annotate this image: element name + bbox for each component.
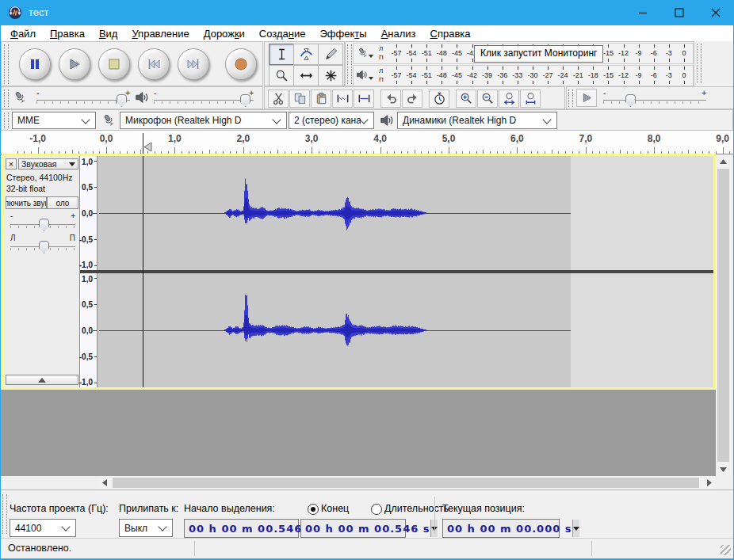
- waveform-left-channel[interactable]: [97, 156, 713, 270]
- scroll-left-arrow[interactable]: [97, 476, 111, 490]
- menu-item[interactable]: Управление: [124, 28, 196, 40]
- track-menu-button[interactable]: Звуковая: [18, 158, 78, 170]
- toolbar-grip[interactable]: [4, 112, 9, 128]
- zoom-fit-project-button[interactable]: [520, 90, 541, 108]
- record-button[interactable]: [225, 48, 257, 80]
- scrollbar-corner: [716, 476, 731, 490]
- track-pan-slider[interactable]: Л П: [10, 234, 75, 253]
- audio-position-value[interactable]: 00 h 00 m 00.000 s: [443, 523, 572, 535]
- selection-start-timefield[interactable]: 00 h 00 m 00.546 s: [184, 519, 299, 538]
- play-at-speed-button[interactable]: [576, 89, 597, 107]
- timeline-ruler[interactable]: -1,00,01,02,03,04,05,06,07,08,09,0: [0, 131, 734, 154]
- playback-speed-slider[interactable]: - +: [603, 90, 706, 107]
- toolbar-grip[interactable]: [4, 44, 9, 84]
- horizontal-scrollbar-thumb[interactable]: [113, 478, 699, 488]
- draw-tool-button[interactable]: [318, 44, 343, 65]
- vertical-scrollbar[interactable]: [716, 154, 731, 476]
- slider-thumb[interactable]: [240, 94, 250, 107]
- zoom-in-button[interactable]: [456, 90, 476, 108]
- toolbar-grip[interactable]: [568, 90, 573, 107]
- track-solo-button[interactable]: оло: [47, 196, 78, 209]
- cut-button[interactable]: [268, 90, 289, 108]
- close-button[interactable]: [698, 0, 734, 25]
- project-rate-select[interactable]: 44100: [10, 519, 76, 537]
- pause-button[interactable]: [19, 48, 51, 80]
- meter-tick: [442, 44, 442, 48]
- undo-button[interactable]: [380, 90, 401, 108]
- track-close-button[interactable]: ×: [6, 158, 17, 170]
- menu-item[interactable]: Правка: [43, 28, 92, 40]
- audio-position-timefield[interactable]: 00 h 00 m 00.000 s: [442, 519, 560, 538]
- zoom-fit-selection-button[interactable]: [499, 90, 519, 108]
- menu-item[interactable]: Вид: [92, 28, 125, 40]
- scroll-up-arrow[interactable]: [716, 154, 731, 168]
- recording-volume-slider[interactable]: - +: [36, 90, 130, 107]
- toolbar-grip[interactable]: [2, 494, 7, 534]
- menu-item[interactable]: Справка: [423, 28, 478, 40]
- skip-to-start-button[interactable]: [138, 48, 170, 80]
- redo-button[interactable]: [402, 90, 422, 108]
- snap-to-select[interactable]: Выкл: [119, 519, 173, 537]
- audio-host-select[interactable]: MME: [12, 112, 96, 129]
- playback-device-select[interactable]: Динамики (Realtek High D: [397, 112, 557, 129]
- menu-item[interactable]: Создание: [252, 28, 313, 40]
- menu-item[interactable]: Анализ: [374, 28, 423, 40]
- trim-button[interactable]: [332, 90, 353, 108]
- length-radio-label[interactable]: Длительность: [384, 503, 449, 514]
- zoom-out-button[interactable]: [477, 90, 498, 108]
- track-control-panel[interactable]: × Звуковая Стерео, 44100Hz 32-bit float …: [4, 156, 80, 387]
- resize-grip[interactable]: [721, 545, 731, 555]
- recording-channels-select[interactable]: 2 (стерео) кана.: [289, 112, 374, 129]
- vertical-scrollbar-thumb[interactable]: [717, 169, 729, 462]
- horizontal-scrollbar[interactable]: [97, 476, 716, 490]
- zoom-tool-button[interactable]: [269, 65, 294, 86]
- maximize-button[interactable]: [661, 0, 698, 25]
- menu-item[interactable]: Дорожки: [197, 28, 252, 40]
- slider-thumb[interactable]: [625, 94, 636, 107]
- end-radio[interactable]: [308, 504, 319, 515]
- empty-track-area[interactable]: [0, 390, 716, 476]
- play-button[interactable]: [59, 48, 90, 80]
- selection-start-value[interactable]: 00 h 00 m 00.546 s: [185, 523, 314, 535]
- selection-end-timefield[interactable]: 00 h 00 m 00.546 s: [300, 519, 406, 538]
- paste-button[interactable]: [311, 90, 331, 108]
- scroll-right-arrow[interactable]: [702, 476, 716, 490]
- slider-thumb[interactable]: [39, 219, 49, 231]
- track-collapse-button[interactable]: [6, 375, 78, 385]
- end-radio-label[interactable]: Конец: [321, 503, 349, 514]
- slider-thumb[interactable]: [39, 241, 49, 253]
- sync-clock-button[interactable]: [429, 90, 449, 108]
- toolbar-grip[interactable]: [347, 44, 352, 84]
- track-mute-button[interactable]: лючить звук: [6, 196, 47, 209]
- skip-to-end-button[interactable]: [178, 48, 209, 80]
- minimize-button[interactable]: [625, 0, 661, 25]
- playback-meter[interactable]: Л П -57-54-51-48-45-42-39-36-33-30-27-24…: [353, 65, 694, 86]
- meter-dropdown-icon[interactable]: [369, 77, 373, 82]
- meter-tick: [411, 44, 412, 48]
- recording-device-select[interactable]: Микрофон (Realtek High D: [120, 112, 287, 129]
- selection-end-value[interactable]: 00 h 00 m 00.546 s: [301, 523, 430, 535]
- toolbar-grip[interactable]: [4, 90, 9, 107]
- silence-button[interactable]: [354, 90, 374, 108]
- scroll-down-arrow[interactable]: [716, 463, 731, 476]
- vertical-ruler-left-channel[interactable]: 1,00,50,0-0,5-1,0: [80, 156, 97, 270]
- length-radio[interactable]: [371, 504, 382, 515]
- selection-tool-button[interactable]: [269, 44, 294, 65]
- timefield-dropdown[interactable]: [572, 520, 579, 537]
- stop-button[interactable]: [98, 48, 130, 80]
- menu-item[interactable]: Эффекты: [313, 28, 374, 40]
- playback-volume-slider[interactable]: - +: [154, 90, 254, 107]
- vertical-ruler-right-channel[interactable]: 1,00,50,0-0,5-1,0: [80, 273, 97, 387]
- vruler-label: 0,5: [82, 300, 93, 309]
- menu-item[interactable]: Файл: [3, 28, 43, 40]
- copy-button[interactable]: [289, 90, 310, 108]
- meter-scale-label: -21: [573, 71, 583, 79]
- slider-thumb[interactable]: [117, 94, 127, 107]
- envelope-tool-button[interactable]: [293, 44, 319, 65]
- track-gain-slider[interactable]: - +: [10, 212, 75, 231]
- toolbar-grip[interactable]: [697, 44, 702, 83]
- multi-tool-button[interactable]: [318, 65, 343, 86]
- waveform-right-channel[interactable]: [97, 273, 713, 387]
- time-shift-tool-button[interactable]: [293, 65, 319, 86]
- meter-dropdown-icon[interactable]: [369, 55, 373, 60]
